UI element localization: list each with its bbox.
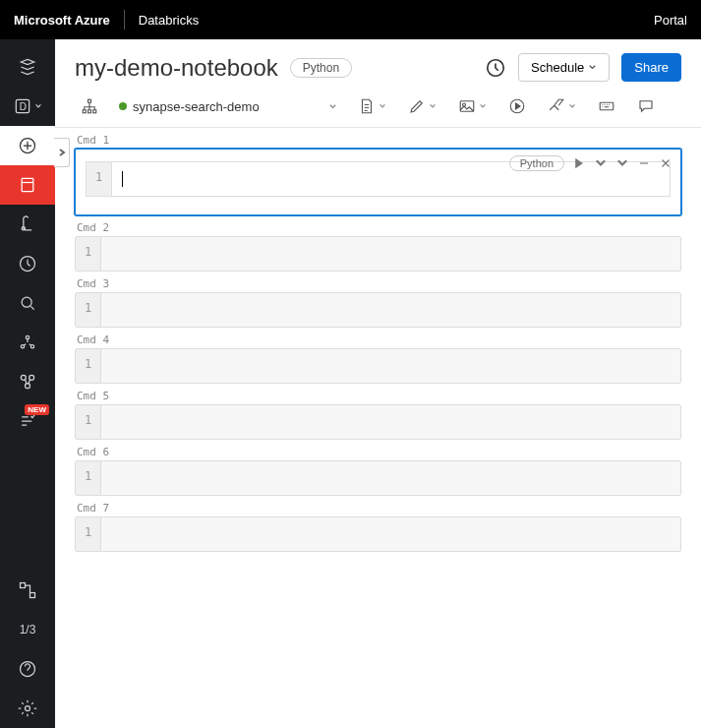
svg-rect-13 xyxy=(21,583,26,588)
nav-notebook-icon[interactable] xyxy=(0,165,55,205)
code-area[interactable] xyxy=(101,461,680,495)
cell-menu-caret-icon[interactable] xyxy=(594,156,608,170)
code-editor[interactable]: 1 xyxy=(76,237,680,271)
code-area[interactable] xyxy=(101,349,680,383)
cmd-label: Cmd 5 xyxy=(77,390,681,402)
code-area[interactable] xyxy=(101,405,680,439)
line-gutter: 1 xyxy=(87,162,112,196)
cluster-name: synapse-search-demo xyxy=(133,99,260,114)
history-icon[interactable] xyxy=(485,57,506,79)
line-gutter: 1 xyxy=(76,237,101,271)
notebook-body[interactable]: Cmd 1Python1Cmd 21Cmd 31Cmd 41Cmd 51Cmd … xyxy=(55,128,701,728)
svg-rect-14 xyxy=(30,593,35,598)
attach-sitemap-icon[interactable] xyxy=(75,93,104,119)
file-menu-icon[interactable] xyxy=(352,93,392,119)
share-button[interactable]: Share xyxy=(621,53,681,82)
schedule-button[interactable]: Schedule xyxy=(518,53,610,82)
nav-jobs-icon[interactable]: NEW xyxy=(0,401,55,441)
divider xyxy=(124,10,125,30)
line-gutter: 1 xyxy=(76,405,101,439)
notebook-header: my-demo-notebook Python Schedule Share xyxy=(55,39,701,90)
line-gutter: 1 xyxy=(76,517,101,551)
minimize-cell-icon[interactable] xyxy=(637,156,651,170)
cell-lang-pill[interactable]: Python xyxy=(509,155,564,171)
svg-rect-3 xyxy=(22,178,33,191)
nav-recents-icon[interactable] xyxy=(0,244,55,283)
notebook-cell[interactable]: Python1 xyxy=(75,149,681,215)
new-badge: NEW xyxy=(25,404,49,415)
svg-rect-21 xyxy=(93,110,96,113)
code-editor[interactable]: 1 xyxy=(76,349,680,383)
nav-data-icon[interactable] xyxy=(0,323,55,362)
cmd-label: Cmd 2 xyxy=(77,221,681,234)
edit-menu-icon[interactable] xyxy=(402,93,442,119)
svg-point-6 xyxy=(22,297,31,307)
expand-handle[interactable] xyxy=(54,138,70,167)
help-icon[interactable] xyxy=(0,649,55,689)
svg-point-12 xyxy=(26,384,30,389)
main-area: my-demo-notebook Python Schedule Share s… xyxy=(55,39,701,728)
left-sidebar: D NEW 1/3 xyxy=(0,39,55,728)
code-area[interactable] xyxy=(101,237,680,271)
code-editor[interactable]: 1 xyxy=(76,517,680,551)
create-button[interactable] xyxy=(0,126,55,165)
top-bar: Microsoft Azure Databricks Portal xyxy=(0,0,701,39)
notebook-title[interactable]: my-demo-notebook xyxy=(75,54,278,82)
svg-rect-19 xyxy=(83,110,86,113)
schedule-label: Schedule xyxy=(531,60,584,75)
settings-icon[interactable] xyxy=(0,689,55,728)
svg-rect-18 xyxy=(88,99,91,102)
notebook-cell[interactable]: 1 xyxy=(75,516,681,552)
product-link[interactable]: Databricks xyxy=(139,13,199,28)
nav-search-icon[interactable] xyxy=(0,283,55,323)
cmd-label: Cmd 4 xyxy=(77,334,681,346)
brand-link[interactable]: Microsoft Azure xyxy=(14,13,110,28)
cmd-label: Cmd 3 xyxy=(77,277,681,290)
run-all-icon[interactable] xyxy=(502,93,532,119)
clear-menu-icon[interactable] xyxy=(542,93,582,119)
logo-icon[interactable] xyxy=(0,47,55,87)
page-indicator: 1/3 xyxy=(0,610,55,649)
code-editor[interactable]: 1 xyxy=(76,405,680,439)
cluster-attach[interactable]: synapse-search-demo xyxy=(114,96,264,117)
nav-workspace-icon[interactable]: D xyxy=(0,87,55,126)
notebook-toolbar: synapse-search-demo xyxy=(55,90,701,128)
svg-rect-20 xyxy=(88,110,91,113)
nav-pipelines-icon[interactable] xyxy=(0,571,55,610)
notebook-cell[interactable]: 1 xyxy=(75,460,681,496)
svg-rect-25 xyxy=(600,102,613,110)
comments-icon[interactable] xyxy=(631,93,661,119)
line-gutter: 1 xyxy=(76,293,101,327)
line-gutter: 1 xyxy=(76,461,101,495)
cmd-label: Cmd 7 xyxy=(77,502,681,515)
code-area[interactable] xyxy=(101,517,680,551)
svg-point-7 xyxy=(26,335,29,338)
cluster-dropdown[interactable] xyxy=(323,99,342,114)
code-editor[interactable]: 1 xyxy=(76,293,680,327)
view-menu-icon[interactable] xyxy=(452,93,493,119)
notebook-cell[interactable]: 1 xyxy=(75,292,681,328)
svg-text:D: D xyxy=(20,101,27,112)
notebook-cell[interactable]: 1 xyxy=(75,236,681,272)
nav-repos-icon[interactable] xyxy=(0,205,55,244)
notebook-cell[interactable]: 1 xyxy=(75,404,681,440)
cluster-status-dot xyxy=(119,102,127,110)
close-cell-icon[interactable] xyxy=(659,156,672,170)
code-editor[interactable]: 1 xyxy=(76,461,680,495)
cmd-label: Cmd 1 xyxy=(77,134,681,147)
language-pill[interactable]: Python xyxy=(290,58,352,78)
cell-expand-down-icon[interactable] xyxy=(615,156,629,170)
svg-point-16 xyxy=(26,706,30,711)
keyboard-icon[interactable] xyxy=(592,93,621,119)
notebook-cell[interactable]: 1 xyxy=(75,348,681,384)
line-gutter: 1 xyxy=(76,349,101,383)
nav-compute-icon[interactable] xyxy=(0,362,55,401)
code-area[interactable] xyxy=(101,293,680,327)
portal-link[interactable]: Portal xyxy=(654,13,687,28)
cmd-label: Cmd 6 xyxy=(77,446,681,458)
run-cell-icon[interactable] xyxy=(572,156,586,170)
